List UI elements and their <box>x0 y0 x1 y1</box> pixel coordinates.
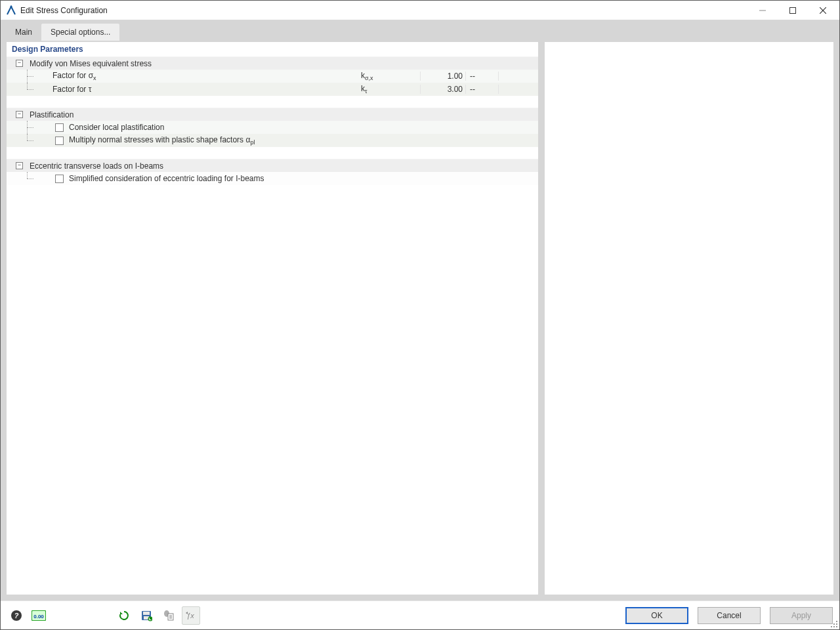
row-multiply-shape-factors[interactable]: Multiply normal stresses with plastic sh… <box>7 134 538 147</box>
clipboard-button[interactable] <box>159 606 178 625</box>
minimize-button[interactable] <box>747 1 778 20</box>
collapse-icon[interactable]: − <box>16 162 23 169</box>
row-factor-tau[interactable]: Factor for τ kτ 3.00 -- <box>7 83 538 96</box>
param-label: Consider local plastification <box>69 123 538 132</box>
ok-button[interactable]: OK <box>625 607 688 624</box>
close-button[interactable] <box>808 1 838 20</box>
row-factor-sigma[interactable]: Factor for σx kσ,x 1.00 -- <box>7 70 538 83</box>
group-eccentric-loads[interactable]: − Eccentric transverse loads on I-beams <box>7 159 538 172</box>
row-simplified-eccentric[interactable]: Simplified consideration of eccentric lo… <box>7 172 538 185</box>
svg-rect-11 <box>143 612 150 615</box>
client-area: Main Special options... Design Parameter… <box>1 20 839 600</box>
group-title: Eccentric transverse loads on I-beams <box>30 161 536 171</box>
param-label: Factor for τ <box>39 85 361 94</box>
tab-main[interactable]: Main <box>6 24 41 41</box>
app-icon <box>6 5 16 16</box>
apply-button[interactable]: Apply <box>770 607 833 624</box>
param-label: Multiply normal stresses with plastic sh… <box>69 135 538 146</box>
units-precision-button[interactable]: 0.00 <box>30 606 48 625</box>
parameters-panel: Design Parameters − Modify von Mises equ… <box>6 41 539 595</box>
tab-special-options[interactable]: Special options... <box>41 24 119 41</box>
window-controls <box>747 1 838 20</box>
group-title: Modify von Mises equivalent stress <box>30 59 536 68</box>
group-title: Plastification <box>30 110 536 119</box>
checkbox[interactable] <box>55 123 64 132</box>
refresh-button[interactable] <box>115 606 133 625</box>
param-symbol: kσ,x <box>361 71 420 81</box>
param-symbol: kτ <box>361 84 420 94</box>
group-von-mises[interactable]: − Modify von Mises equivalent stress <box>7 56 538 70</box>
param-unit: -- <box>466 85 499 94</box>
maximize-button[interactable] <box>778 1 808 20</box>
checkbox[interactable] <box>55 175 64 183</box>
group-plastification[interactable]: − Plastification <box>7 108 538 121</box>
collapse-icon[interactable]: − <box>16 60 23 67</box>
cancel-button[interactable]: Cancel <box>698 607 761 624</box>
param-label: Factor for σx <box>39 71 361 81</box>
collapse-icon[interactable]: − <box>16 111 23 118</box>
titlebar: Edit Stress Configuration <box>1 1 839 20</box>
svg-text:ƒx: ƒx <box>186 612 194 620</box>
svg-text:?: ? <box>14 612 19 620</box>
svg-text:0.00: 0.00 <box>33 614 44 620</box>
param-label: Simplified consideration of eccentric lo… <box>69 174 538 183</box>
panel-title: Design Parameters <box>7 42 538 56</box>
help-button[interactable]: ? <box>7 606 26 625</box>
svg-point-0 <box>10 5 12 7</box>
param-value[interactable]: 3.00 <box>420 85 466 94</box>
preview-panel <box>544 41 834 595</box>
save-button[interactable] <box>137 606 156 625</box>
dialog-footer: ? 0.00 <box>1 600 839 629</box>
param-unit: -- <box>466 72 499 81</box>
svg-rect-2 <box>790 8 796 14</box>
formula-button[interactable]: ƒx <box>182 606 200 625</box>
window-title: Edit Stress Configuration <box>20 6 108 15</box>
checkbox[interactable] <box>55 136 64 145</box>
row-consider-local-plastification[interactable]: Consider local plastification <box>7 121 538 134</box>
param-value[interactable]: 1.00 <box>420 72 466 81</box>
resize-grip-icon[interactable] <box>830 620 838 628</box>
tab-strip: Main Special options... <box>1 20 839 41</box>
